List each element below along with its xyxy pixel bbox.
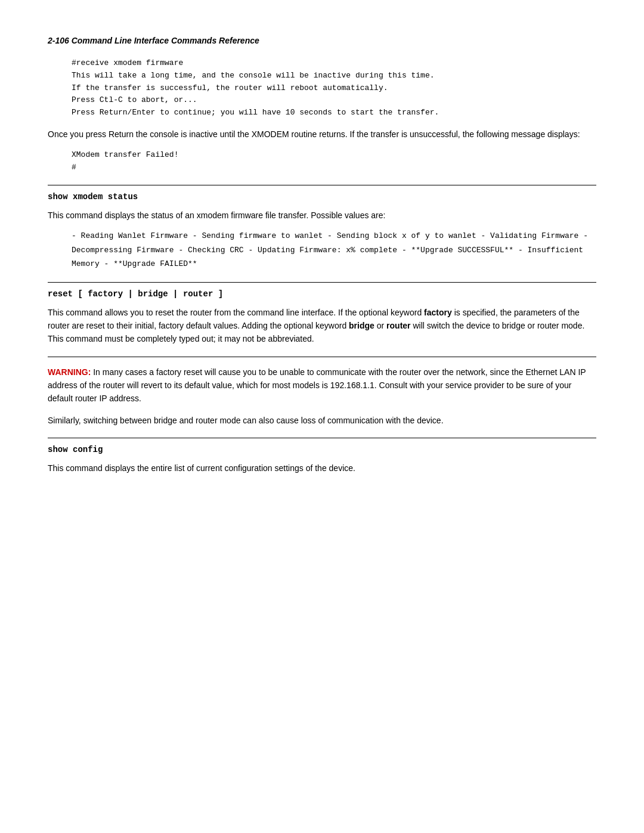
body1-start: This command allows you to reset the rou… [48,308,424,317]
body1-router-bold: router [386,321,410,330]
intro-code-block: #receive xmodem firmware This will take … [72,57,596,119]
section1-heading: show xmodem status [48,191,596,202]
bracket-close: ] [213,289,223,299]
factory-label: factory [88,289,123,299]
pipe-1: | [123,289,138,299]
divider-2 [48,282,596,283]
router-label: router [183,289,213,299]
body1-bridge-bold: bridge [349,321,374,330]
divider-3 [48,357,596,357]
similarly-text: Similarly, switching between bridge and … [48,414,596,427]
reset-label: reset [ [48,289,88,299]
pipe-2: | [168,289,183,299]
section3-body: This command displays the entire list of… [48,462,596,475]
show-xmodem-status-label: show xmodem status [48,192,138,202]
body1-or: or [374,321,386,330]
fail-code-block: XModem transfer Failed! # [72,149,596,174]
divider-4 [48,438,596,438]
section1-body: This command displays the status of an x… [48,209,596,222]
warning-block: WARNING: In many cases a factory reset w… [48,366,596,405]
body1-factory-bold: factory [424,308,452,317]
section3-heading: show config [48,444,596,454]
section2-heading: reset [ factory | bridge | router ] [48,289,596,299]
intro-body-text: Once you press Return the console is ina… [48,128,596,141]
status-list: - Reading Wanlet Firmware - Sending firm… [72,229,596,271]
divider-1 [48,185,596,185]
warning-text: In many cases a factory reset will cause… [48,367,586,404]
show-config-label: show config [48,445,103,454]
bridge-label: bridge [138,289,168,299]
section2-body1: This command allows you to reset the rou… [48,306,596,346]
warning-label: WARNING: [48,367,91,377]
page-header: 2-106 Command Line Interface Commands Re… [48,36,596,45]
